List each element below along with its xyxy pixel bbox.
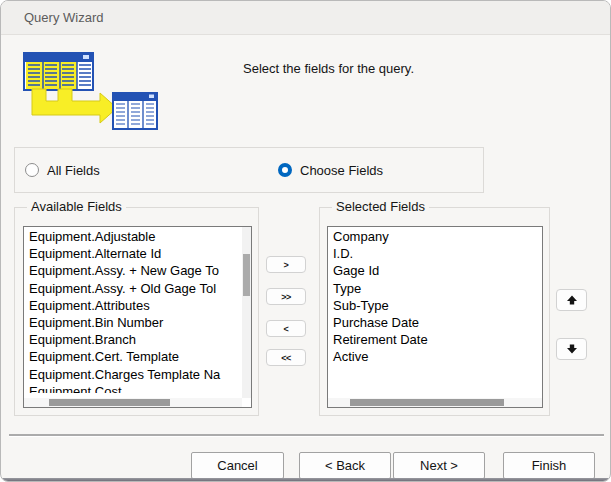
list-item[interactable]: Equipment.Branch: [24, 331, 240, 348]
list-item[interactable]: Equipment.Assy. + New Gage To: [24, 262, 240, 279]
list-item[interactable]: Sub-Type: [328, 297, 540, 314]
list-item[interactable]: Equipment.Cost: [24, 383, 240, 393]
horizontal-scrollbar-thumb[interactable]: [350, 399, 504, 406]
up-arrow-icon: [566, 294, 578, 306]
list-item[interactable]: Equipment.Attributes: [24, 297, 240, 314]
available-fields-list[interactable]: Equipment.AdjustableEquipment.Alternate …: [23, 226, 252, 408]
footer-separator: [9, 434, 604, 437]
remove-field-button[interactable]: <: [266, 320, 306, 337]
title-bar[interactable]: Query Wizard: [1, 1, 610, 35]
list-item[interactable]: I.D.: [328, 245, 540, 262]
tables-transfer-icon: [21, 51, 161, 133]
list-item[interactable]: Active: [328, 348, 540, 365]
add-all-fields-button[interactable]: >>: [266, 288, 306, 305]
list-item[interactable]: Equipment.Cert. Template: [24, 348, 240, 365]
horizontal-scrollbar[interactable]: [24, 398, 242, 407]
list-item[interactable]: Purchase Date: [328, 314, 540, 331]
back-button[interactable]: < Back: [299, 452, 391, 479]
vertical-scrollbar-thumb[interactable]: [243, 254, 250, 296]
list-item[interactable]: Company: [328, 228, 540, 245]
remove-all-fields-button[interactable]: <<: [266, 349, 306, 366]
next-button[interactable]: Next >: [393, 452, 485, 479]
vertical-scrollbar[interactable]: [242, 227, 251, 398]
selected-fields-group: Selected Fields CompanyI.D.Gage IdTypeSu…: [319, 207, 550, 416]
field-mode-group: All Fields Choose Fields: [14, 147, 484, 193]
list-item[interactable]: Type: [328, 280, 540, 297]
selected-fields-list[interactable]: CompanyI.D.Gage IdTypeSub-TypePurchase D…: [327, 226, 543, 408]
cancel-button[interactable]: Cancel: [191, 452, 284, 479]
list-item[interactable]: Equipment.Assy. + Old Gage Tol: [24, 280, 240, 297]
radio-circle-icon: [278, 163, 292, 177]
list-item[interactable]: Equipment.Alternate Id: [24, 245, 240, 262]
available-fields-group: Available Fields Equipment.AdjustableEqu…: [14, 207, 259, 416]
finish-button[interactable]: Finish: [503, 452, 595, 479]
move-up-button[interactable]: [556, 289, 587, 311]
radio-choose-fields[interactable]: Choose Fields: [278, 148, 383, 192]
move-down-button[interactable]: [556, 338, 587, 360]
window-bottom-edge: [1, 478, 610, 481]
radio-choose-fields-label: Choose Fields: [300, 163, 383, 178]
list-item[interactable]: Equipment.Charges Template Na: [24, 366, 240, 383]
horizontal-scrollbar-thumb[interactable]: [49, 399, 170, 406]
radio-circle-icon: [25, 163, 39, 177]
list-item[interactable]: Gage Id: [328, 262, 540, 279]
list-item[interactable]: Equipment.Bin Number: [24, 314, 240, 331]
horizontal-scrollbar[interactable]: [328, 398, 542, 407]
selected-fields-label: Selected Fields: [332, 199, 429, 214]
window-title: Query Wizard: [24, 10, 103, 25]
selected-fields-items: CompanyI.D.Gage IdTypeSub-TypePurchase D…: [328, 228, 540, 393]
page-title: Select the fields for the query.: [243, 61, 414, 76]
available-fields-items: Equipment.AdjustableEquipment.Alternate …: [24, 228, 240, 393]
list-item[interactable]: Retirement Date: [328, 331, 540, 348]
radio-all-fields[interactable]: All Fields: [25, 148, 100, 192]
available-fields-label: Available Fields: [27, 199, 126, 214]
radio-all-fields-label: All Fields: [47, 163, 100, 178]
list-item[interactable]: Equipment.Adjustable: [24, 228, 240, 245]
add-field-button[interactable]: >: [266, 256, 306, 273]
query-wizard-dialog: Query Wizard Select the fields for the q…: [0, 0, 611, 482]
down-arrow-icon: [566, 343, 578, 355]
